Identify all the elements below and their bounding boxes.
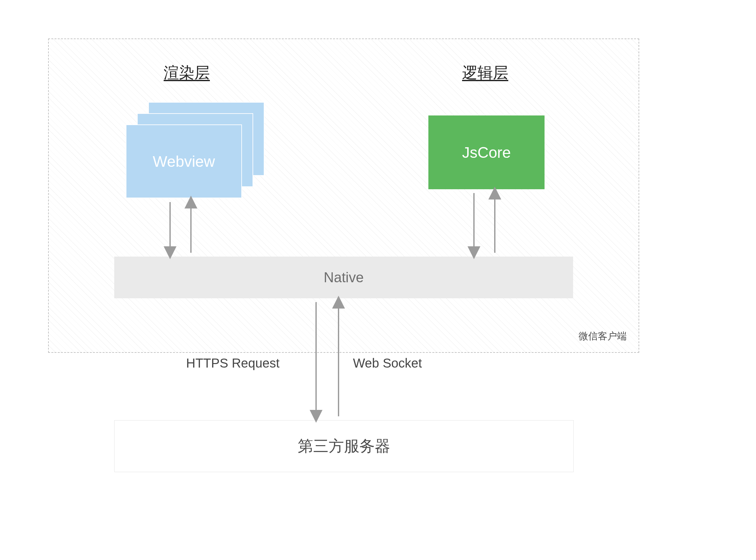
native-box: Native — [114, 257, 573, 298]
wechat-client-label: 微信客户端 — [579, 330, 627, 343]
https-request-label: HTTPS Request — [186, 356, 279, 371]
native-server-arrows — [305, 298, 350, 420]
jscore-label: JsCore — [462, 144, 511, 161]
webview-label: Webview — [153, 153, 215, 170]
webview-native-arrows — [162, 198, 200, 257]
jscore-box: JsCore — [428, 116, 545, 189]
server-box: 第三方服务器 — [114, 420, 574, 472]
render-layer-heading: 渲染层 — [164, 63, 210, 83]
native-label: Native — [324, 269, 364, 285]
diagram-canvas: 渲染层 逻辑层 Webview JsCore Native 微信客户端 第三方服… — [0, 0, 756, 560]
server-label: 第三方服务器 — [298, 436, 390, 456]
websocket-label: Web Socket — [353, 356, 422, 371]
webview-box-front: Webview — [126, 124, 242, 198]
logic-layer-heading: 逻辑层 — [462, 63, 508, 83]
jscore-native-arrows — [466, 189, 504, 257]
